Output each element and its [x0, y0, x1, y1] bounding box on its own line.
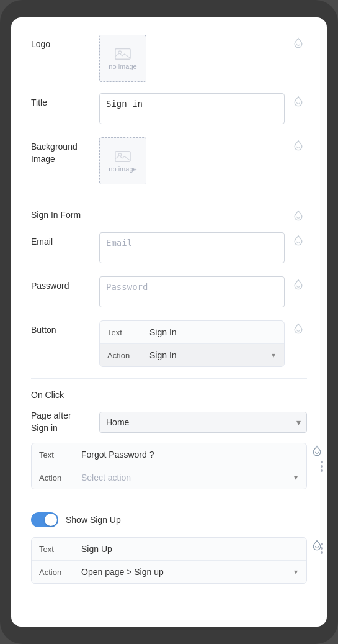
logo-row: Logo no image	[31, 35, 307, 82]
svg-rect-0	[115, 49, 130, 60]
email-row: Email	[31, 232, 307, 265]
signup-action-select[interactable]: Open page > Sign up Open page > Home	[79, 566, 299, 578]
bg-image-label: Background Image	[31, 137, 99, 165]
email-input[interactable]	[99, 232, 285, 263]
forgot-action-label: Action	[39, 473, 79, 483]
title-input[interactable]: Sign in	[99, 93, 285, 124]
forgot-action-select-wrapper: Select action ▾	[79, 471, 299, 484]
email-content	[99, 232, 285, 265]
bg-image-content: no image	[99, 137, 285, 184]
show-signup-row: Show Sign Up	[31, 512, 307, 527]
page-after-label: Page after Sign in	[31, 410, 99, 434]
button-action-select-wrapper: Sign In Sign Out ▾	[147, 349, 277, 361]
show-signup-toggle[interactable]	[31, 512, 58, 527]
signup-action-label: Action	[39, 568, 79, 577]
page-after-row: Page after Sign in Home Dashboard ▾	[31, 410, 307, 434]
paint-icon-svg	[292, 37, 305, 50]
toggle-knob	[45, 514, 57, 526]
svg-point-1	[118, 51, 122, 54]
paint-icon-svg-5	[292, 235, 305, 247]
signup-text-input[interactable]	[79, 543, 299, 555]
button-label: Button	[31, 320, 99, 337]
forgot-password-container: Text Action Select action ▾	[31, 443, 307, 489]
logo-paint-icon[interactable]	[290, 35, 307, 50]
signup-box: Text Action Open page > Sign up Open pag…	[31, 537, 307, 584]
forgot-text-label: Text	[39, 450, 79, 460]
button-row: Button Text Action Sign In Sign Out	[31, 320, 307, 367]
dot-3	[321, 469, 323, 472]
forgot-action-row: Action Select action ▾	[32, 466, 306, 489]
forgot-password-menu-dots[interactable]	[321, 461, 323, 472]
logo-content: no image	[99, 35, 285, 82]
title-paint-icon[interactable]	[290, 93, 307, 108]
device-frame: Logo no image Title	[0, 0, 338, 644]
sign-in-form-label: Sign In Form	[31, 210, 81, 220]
signup-text-label: Text	[39, 545, 79, 554]
on-click-section: On Click Page after Sign in Home Dashboa…	[31, 390, 307, 489]
bg-no-image-text: no image	[109, 165, 136, 173]
divider-2	[31, 378, 307, 379]
signup-paint-icon[interactable]	[311, 540, 323, 554]
title-label: Title	[31, 93, 99, 109]
button-group-box: Text Action Sign In Sign Out ▾	[99, 320, 285, 367]
paint-icon-svg-7	[292, 323, 305, 335]
button-action-row: Action Sign In Sign Out ▾	[100, 344, 284, 366]
dot-1	[321, 461, 323, 463]
button-text-label: Text	[107, 328, 147, 337]
dot-2	[321, 465, 323, 468]
show-signup-label: Show Sign Up	[66, 515, 121, 525]
button-action-select[interactable]: Sign In Sign Out	[147, 349, 277, 361]
sign-in-form-header: Sign In Form	[31, 207, 307, 222]
button-text-row: Text	[100, 321, 284, 344]
signup-action-row: Action Open page > Sign up Open page > H…	[32, 561, 306, 583]
forgot-text-input[interactable]	[79, 448, 299, 461]
logo-image-placeholder[interactable]: no image	[99, 35, 146, 82]
password-content	[99, 276, 285, 309]
bg-image-placeholder-icon	[115, 149, 131, 163]
paint-icon-svg-9	[311, 540, 323, 552]
signup-container: Text Action Open page > Sign up Open pag…	[31, 537, 307, 584]
svg-rect-2	[115, 152, 130, 162]
forgot-paint-icon[interactable]	[311, 445, 323, 460]
bg-paint-icon[interactable]	[290, 137, 307, 152]
sign-in-form-paint-icon[interactable]	[290, 207, 307, 222]
password-row: Password	[31, 276, 307, 309]
title-content: Sign in	[99, 93, 285, 126]
bg-image-row: Background Image no image	[31, 137, 307, 184]
paint-icon-svg-4	[292, 210, 305, 222]
email-label: Email	[31, 232, 99, 248]
image-placeholder-icon	[115, 47, 131, 60]
button-paint-icon[interactable]	[290, 320, 307, 335]
forgot-password-box: Text Action Select action ▾	[31, 443, 307, 489]
page-after-select-wrapper: Home Dashboard ▾	[99, 412, 307, 433]
logo-no-image-text: no image	[109, 63, 136, 70]
forgot-text-row: Text	[32, 443, 306, 466]
on-click-label: On Click	[31, 390, 307, 400]
svg-point-3	[118, 153, 122, 156]
paint-icon-svg-6	[292, 279, 305, 291]
email-paint-icon[interactable]	[290, 232, 307, 247]
button-action-label: Action	[107, 351, 147, 360]
paint-icon-svg-3	[292, 140, 305, 152]
password-input[interactable]	[99, 276, 285, 307]
divider-1	[31, 196, 307, 196]
page-after-select[interactable]: Home Dashboard	[99, 412, 307, 433]
title-row: Title Sign in	[31, 93, 307, 126]
password-label: Password	[31, 276, 99, 293]
panel: Logo no image Title	[11, 17, 327, 627]
paint-icon-svg-2	[292, 96, 305, 108]
signup-text-row: Text	[32, 538, 306, 561]
button-text-input[interactable]	[147, 326, 277, 338]
paint-icon-svg-8	[311, 445, 323, 458]
divider-3	[31, 501, 307, 501]
password-paint-icon[interactable]	[290, 276, 307, 291]
signup-action-select-wrapper: Open page > Sign up Open page > Home ▾	[79, 566, 299, 578]
bg-image-placeholder[interactable]: no image	[99, 137, 146, 184]
logo-label: Logo	[31, 35, 99, 51]
forgot-action-select[interactable]: Select action	[79, 471, 299, 484]
button-content: Text Action Sign In Sign Out ▾	[99, 320, 285, 367]
